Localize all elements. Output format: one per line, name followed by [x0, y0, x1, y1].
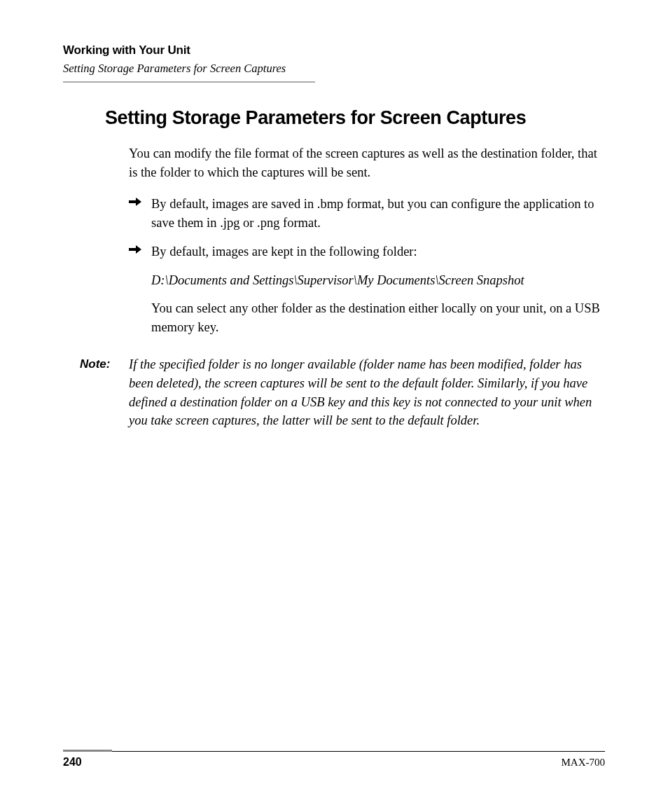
page-number: 240	[63, 756, 82, 769]
note-text: If the specified folder is no longer ava…	[129, 355, 605, 430]
footer-divider-accent	[63, 750, 112, 752]
footer-divider	[63, 751, 605, 752]
breadcrumb: Setting Storage Parameters for Screen Ca…	[63, 62, 605, 81]
chapter-title: Working with Your Unit	[63, 43, 605, 57]
note-label: Note:	[80, 355, 129, 430]
list-item: By default, images are kept in the follo…	[129, 242, 605, 337]
list-item-text: By default, images are kept in the follo…	[151, 242, 605, 261]
arrow-right-icon	[129, 195, 151, 233]
header-divider	[63, 81, 315, 83]
product-id: MAX-700	[562, 757, 606, 769]
bullet-list: By default, images are saved in .bmp for…	[129, 195, 605, 337]
list-item-text: By default, images are saved in .bmp for…	[151, 195, 605, 233]
list-item-text: You can select any other folder as the d…	[151, 299, 605, 337]
arrow-right-icon	[129, 242, 151, 337]
list-item: By default, images are saved in .bmp for…	[129, 195, 605, 233]
note-block: Note: If the specified folder is no long…	[80, 355, 605, 430]
page-title: Setting Storage Parameters for Screen Ca…	[105, 105, 553, 130]
folder-path: D:\Documents and Settings\Supervisor\My …	[151, 271, 605, 290]
page-footer: 240 MAX-700	[63, 751, 605, 769]
intro-paragraph: You can modify the file format of the sc…	[129, 144, 605, 182]
